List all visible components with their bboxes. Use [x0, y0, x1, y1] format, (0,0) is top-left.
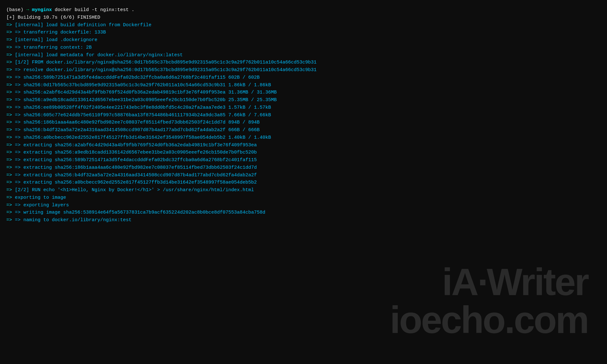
terminal-line: => => extracting sha256:b4df32aa5a72e2a4… [6, 172, 601, 179]
watermark-line2: ioecho.com [390, 301, 588, 339]
terminal-line: => [1/2] FROM docker.io/library/nginx@sh… [6, 59, 601, 66]
terminal-line: => [2/2] RUN echo '<h1>Hello, Nginx by D… [6, 186, 601, 194]
terminal-line: => => sha256:ee89b00528ff4f02f2405e4ee22… [6, 104, 601, 112]
terminal-line: => => resolve docker.io/library/nginx@sh… [6, 66, 601, 74]
terminal-line: => => sha256:605c77e624ddb75e6110f997c58… [6, 112, 601, 119]
terminal-line: => => sha256:589b7251471a3d5fe4daccdddFe… [6, 74, 601, 82]
terminal-line: => => writing image sha256:538914e64f5a5… [6, 209, 601, 216]
terminal-line: => [internal] load build definition from… [6, 21, 601, 29]
terminal: (base) → mynginx docker build -t nginx:t… [0, 3, 607, 227]
prompt-base: (base) [6, 7, 26, 13]
terminal-line: => => sha256:a0bcbecc962ed2552e817f45127… [6, 134, 601, 142]
terminal-line: => => sha256:a9edb18cadd1336142d6567ebee… [6, 96, 601, 104]
watermark: iA·Writer ioecho.com [390, 263, 588, 339]
terminal-line: => => transferring context: 2B [6, 44, 601, 52]
terminal-line: => [internal] load metadata for docker.i… [6, 52, 601, 59]
terminal-line: => => extracting sha256:186b1aaa4aa6c480… [6, 164, 601, 172]
terminal-line: => => naming to docker.io/library/nginx:… [6, 216, 601, 224]
prompt-arrow: → [26, 7, 32, 13]
prompt-cmd-highlight: mynginx [32, 7, 52, 13]
terminal-line: => exporting to image [6, 194, 601, 202]
prompt-cmd: docker build -t nginx:test . [52, 7, 134, 13]
terminal-line: => => transferring dockerfile: 133B [6, 29, 601, 36]
terminal-line: => => sha256:186b1aaa4aa6c480e92fbd982ee… [6, 119, 601, 126]
terminal-line: => => sha256:0d17b565c37bcbd895e9d92315a… [6, 82, 601, 89]
terminal-line: => => sha256:b4df32aa5a72e2a4316aad34145… [6, 126, 601, 134]
terminal-line: [+] Building 10.7s (6/6) FINISHED [6, 14, 601, 21]
output-lines: [+] Building 10.7s (6/6) FINISHED => [in… [6, 14, 601, 224]
terminal-line: => => extracting sha256:a2abf6c4d29d43a4… [6, 142, 601, 149]
terminal-line: => => extracting sha256:a0bcbecc962ed255… [6, 179, 601, 186]
prompt-line: (base) → mynginx docker build -t nginx:t… [6, 6, 601, 14]
terminal-line: => => sha256:a2abf6c4d29d43a4bf9fbb769f5… [6, 89, 601, 96]
terminal-line: => => extracting sha256:589b7251471a3d5f… [6, 156, 601, 164]
terminal-line: => [internal] load .dockerignore [6, 36, 601, 44]
terminal-line: => => exporting layers [6, 202, 601, 209]
terminal-line: => => extracting sha256:a9edb18cadd13361… [6, 149, 601, 156]
watermark-line1: iA·Writer [390, 263, 588, 301]
